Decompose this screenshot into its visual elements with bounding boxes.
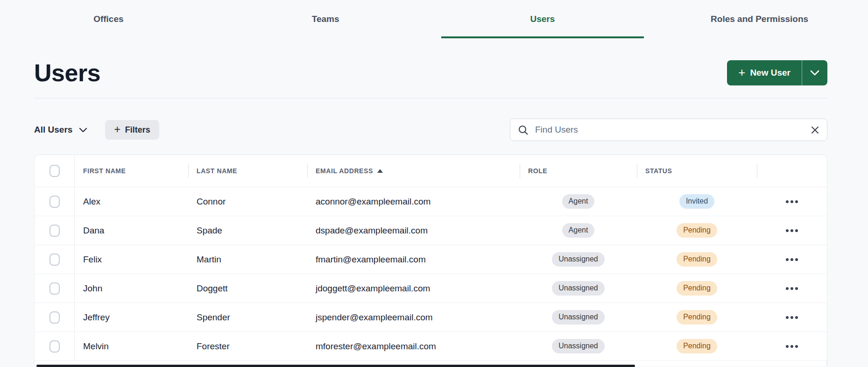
row-checkbox[interactable] — [49, 225, 60, 237]
table-row: Melvin Forester mforester@exampleemail.c… — [35, 332, 827, 360]
first-name-cell: John — [75, 283, 188, 294]
view-selector-dropdown[interactable]: All Users — [34, 125, 87, 135]
last-name-cell: Martin — [188, 254, 307, 265]
row-actions-menu-button[interactable] — [782, 197, 802, 207]
tab-label: Teams — [312, 14, 339, 24]
status-cell: Pending — [637, 223, 757, 237]
row-checkbox-cell — [35, 332, 75, 360]
new-user-dropdown-button[interactable] — [802, 60, 827, 85]
filters-button[interactable]: + Filters — [105, 120, 159, 140]
ellipsis-icon — [786, 229, 789, 232]
row-checkbox[interactable] — [49, 282, 60, 295]
search-box — [510, 119, 827, 141]
email-cell: dspade@exampleemail.com — [307, 226, 520, 236]
ellipsis-icon — [786, 258, 789, 261]
tab-label: Roles and Permissions — [711, 14, 808, 24]
top-tab-bar: Offices Teams Users Roles and Permission… — [0, 0, 868, 38]
row-checkbox[interactable] — [49, 254, 60, 266]
horizontal-scrollbar-thumb[interactable] — [36, 365, 635, 367]
new-user-button[interactable]: + New User — [727, 60, 802, 85]
status-badge: Pending — [677, 281, 717, 295]
select-all-checkbox[interactable] — [49, 165, 60, 177]
status-badge: Pending — [677, 252, 717, 266]
row-actions-menu-button[interactable] — [782, 312, 802, 323]
actions-cell — [757, 254, 827, 265]
table-row: Jeffrey Spender jspender@exampleemail.co… — [35, 303, 827, 332]
first-name-cell: Dana — [75, 226, 188, 236]
row-checkbox-cell — [35, 245, 75, 274]
tab-teams[interactable]: Teams — [217, 0, 434, 38]
last-name-cell: Connor — [188, 197, 307, 207]
status-badge: Pending — [677, 223, 717, 237]
status-cell: Pending — [637, 252, 757, 266]
clear-search-button[interactable] — [811, 126, 819, 134]
toolbar-left: All Users + Filters — [34, 120, 159, 140]
tab-roles-and-permissions[interactable]: Roles and Permissions — [651, 0, 868, 38]
last-name-cell: Doggett — [188, 283, 307, 294]
table-body: Alex Connor aconnor@exampleemail.com Age… — [35, 187, 827, 360]
column-header-role[interactable]: ROLE — [520, 155, 637, 187]
row-actions-menu-button[interactable] — [782, 254, 802, 265]
role-cell: Agent — [520, 223, 637, 237]
last-name-cell: Forester — [188, 341, 307, 352]
table-header-row: FIRST NAME LAST NAME EMAIL ADDRESS ROLE … — [35, 155, 827, 187]
actions-cell — [757, 197, 827, 207]
column-header-actions — [757, 155, 827, 187]
filters-button-label: Filters — [125, 125, 150, 135]
tab-users[interactable]: Users — [434, 0, 651, 38]
ellipsis-icon — [786, 345, 789, 348]
row-actions-menu-button[interactable] — [782, 283, 802, 294]
role-badge: Agent — [562, 194, 595, 208]
row-actions-menu-button[interactable] — [782, 341, 802, 352]
row-checkbox[interactable] — [49, 311, 60, 324]
actions-cell — [757, 341, 827, 352]
first-name-cell: Melvin — [75, 341, 188, 352]
status-cell: Pending — [637, 339, 757, 353]
title-row: Users + New User — [34, 60, 827, 86]
status-cell: Pending — [637, 281, 757, 295]
ellipsis-icon — [786, 316, 789, 319]
new-user-split-button: + New User — [727, 60, 827, 85]
users-table: FIRST NAME LAST NAME EMAIL ADDRESS ROLE … — [34, 155, 827, 366]
role-cell: Unassigned — [520, 310, 637, 324]
search-input[interactable] — [535, 125, 804, 135]
column-header-email-address[interactable]: EMAIL ADDRESS — [307, 155, 520, 187]
row-checkbox[interactable] — [49, 340, 60, 353]
ellipsis-icon — [786, 200, 789, 203]
column-header-status[interactable]: STATUS — [637, 155, 757, 187]
role-cell: Unassigned — [520, 281, 637, 295]
row-checkbox[interactable] — [49, 196, 60, 208]
view-selector-label: All Users — [34, 125, 72, 135]
role-badge: Unassigned — [552, 310, 605, 324]
table-row: Dana Spade dspade@exampleemail.com Agent… — [35, 216, 827, 245]
status-badge: Pending — [677, 339, 717, 353]
role-badge: Agent — [562, 223, 595, 237]
email-cell: aconnor@exampleemail.com — [307, 197, 520, 207]
row-actions-menu-button[interactable] — [782, 226, 802, 236]
column-header-first-name[interactable]: FIRST NAME — [75, 155, 188, 187]
page-content: Users + New User All Users + — [0, 60, 868, 366]
sort-ascending-icon — [377, 169, 383, 173]
chevron-down-icon — [810, 70, 819, 76]
header-checkbox-cell — [35, 155, 75, 187]
row-checkbox-cell — [35, 187, 75, 216]
ellipsis-icon — [786, 287, 789, 290]
column-header-last-name[interactable]: LAST NAME — [188, 155, 307, 187]
role-badge: Unassigned — [552, 339, 605, 353]
role-badge: Unassigned — [552, 281, 605, 295]
last-name-cell: Spade — [188, 226, 307, 236]
first-name-cell: Jeffrey — [75, 312, 188, 323]
last-name-cell: Spender — [188, 312, 307, 323]
table-row: Felix Martin fmartin@exampleemail.com Un… — [35, 245, 827, 274]
plus-icon: + — [114, 124, 120, 135]
status-cell: Invited — [637, 194, 757, 208]
email-cell: jspender@exampleemail.com — [307, 312, 520, 323]
tab-offices[interactable]: Offices — [0, 0, 217, 38]
email-cell: fmartin@exampleemail.com — [307, 254, 520, 265]
row-checkbox-cell — [35, 303, 75, 332]
status-badge: Invited — [679, 194, 714, 208]
tab-label: Users — [530, 14, 555, 24]
page-title: Users — [34, 59, 100, 87]
active-tab-underline — [441, 36, 644, 38]
plus-icon: + — [738, 66, 745, 78]
